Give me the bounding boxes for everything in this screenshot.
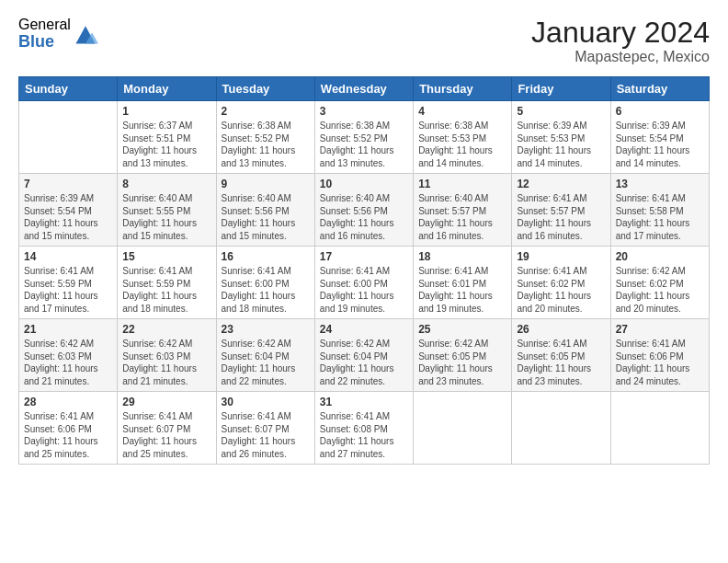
col-sunday: Sunday — [19, 77, 118, 101]
table-row: 20Sunrise: 6:42 AMSunset: 6:02 PMDayligh… — [610, 247, 709, 319]
day-info: Sunrise: 6:42 AMSunset: 6:03 PMDaylight:… — [122, 338, 210, 387]
title-block: January 2024 Mapastepec, Mexico — [531, 17, 710, 65]
day-number: 28 — [24, 396, 112, 408]
table-row: 24Sunrise: 6:42 AMSunset: 6:04 PMDayligh… — [314, 319, 413, 392]
table-row: 23Sunrise: 6:42 AMSunset: 6:04 PMDayligh… — [216, 319, 314, 392]
day-number: 18 — [418, 250, 506, 263]
day-info: Sunrise: 6:41 AMSunset: 6:00 PMDaylight:… — [320, 265, 408, 315]
table-row: 7Sunrise: 6:39 AMSunset: 5:54 PMDaylight… — [19, 174, 118, 247]
col-saturday: Saturday — [610, 77, 709, 101]
day-number: 11 — [418, 178, 506, 190]
day-info: Sunrise: 6:41 AMSunset: 5:59 PMDaylight:… — [122, 265, 210, 315]
day-info: Sunrise: 6:41 AMSunset: 6:08 PMDaylight:… — [320, 410, 408, 460]
calendar-header-row: Sunday Monday Tuesday Wednesday Thursday… — [19, 77, 710, 101]
day-info: Sunrise: 6:41 AMSunset: 5:59 PMDaylight:… — [24, 265, 112, 315]
table-row — [610, 392, 709, 465]
table-row: 11Sunrise: 6:40 AMSunset: 5:57 PMDayligh… — [414, 174, 512, 247]
table-row: 1Sunrise: 6:37 AMSunset: 5:51 PMDaylight… — [118, 101, 216, 174]
day-number: 27 — [616, 323, 704, 336]
day-info: Sunrise: 6:41 AMSunset: 5:58 PMDaylight:… — [616, 192, 704, 242]
day-info: Sunrise: 6:42 AMSunset: 6:03 PMDaylight:… — [24, 338, 112, 387]
table-row: 14Sunrise: 6:41 AMSunset: 5:59 PMDayligh… — [19, 247, 118, 319]
table-row: 12Sunrise: 6:41 AMSunset: 5:57 PMDayligh… — [512, 174, 610, 247]
day-info: Sunrise: 6:37 AMSunset: 5:51 PMDaylight:… — [122, 120, 210, 169]
logo: General Blue — [18, 17, 98, 51]
day-number: 23 — [222, 323, 310, 336]
day-number: 19 — [517, 250, 605, 263]
day-number: 30 — [222, 396, 310, 408]
table-row: 6Sunrise: 6:39 AMSunset: 5:54 PMDaylight… — [610, 101, 709, 174]
table-row: 16Sunrise: 6:41 AMSunset: 6:00 PMDayligh… — [216, 247, 314, 319]
day-number: 4 — [418, 105, 506, 118]
day-number: 15 — [122, 250, 210, 263]
day-info: Sunrise: 6:41 AMSunset: 6:00 PMDaylight:… — [222, 265, 310, 315]
table-row: 29Sunrise: 6:41 AMSunset: 6:07 PMDayligh… — [118, 392, 216, 465]
day-number: 31 — [320, 396, 408, 408]
day-number: 16 — [222, 250, 310, 263]
day-info: Sunrise: 6:41 AMSunset: 6:07 PMDaylight:… — [122, 410, 210, 460]
day-info: Sunrise: 6:38 AMSunset: 5:53 PMDaylight:… — [418, 120, 506, 169]
day-info: Sunrise: 6:41 AMSunset: 6:05 PMDaylight:… — [517, 338, 605, 387]
col-wednesday: Wednesday — [314, 77, 413, 101]
table-row: 2Sunrise: 6:38 AMSunset: 5:52 PMDaylight… — [216, 101, 314, 174]
day-info: Sunrise: 6:39 AMSunset: 5:54 PMDaylight:… — [616, 120, 704, 169]
day-number: 13 — [616, 178, 704, 190]
day-info: Sunrise: 6:39 AMSunset: 5:53 PMDaylight:… — [517, 120, 605, 169]
col-thursday: Thursday — [414, 77, 512, 101]
table-row: 30Sunrise: 6:41 AMSunset: 6:07 PMDayligh… — [216, 392, 314, 465]
day-number: 9 — [222, 178, 310, 190]
table-row: 13Sunrise: 6:41 AMSunset: 5:58 PMDayligh… — [610, 174, 709, 247]
day-number: 21 — [24, 323, 112, 336]
table-row: 22Sunrise: 6:42 AMSunset: 6:03 PMDayligh… — [118, 319, 216, 392]
table-row: 19Sunrise: 6:41 AMSunset: 6:02 PMDayligh… — [512, 247, 610, 319]
col-friday: Friday — [512, 77, 610, 101]
page: General Blue January 2024 Mapastepec, Me… — [0, 0, 728, 474]
day-info: Sunrise: 6:38 AMSunset: 5:52 PMDaylight:… — [320, 120, 408, 169]
day-number: 29 — [122, 396, 210, 408]
day-number: 8 — [122, 178, 210, 190]
day-info: Sunrise: 6:39 AMSunset: 5:54 PMDaylight:… — [24, 192, 112, 242]
day-info: Sunrise: 6:41 AMSunset: 5:57 PMDaylight:… — [517, 192, 605, 242]
day-number: 14 — [24, 250, 112, 263]
header: General Blue January 2024 Mapastepec, Me… — [18, 17, 710, 65]
calendar-week-1: 1Sunrise: 6:37 AMSunset: 5:51 PMDaylight… — [19, 101, 710, 174]
day-number: 25 — [418, 323, 506, 336]
table-row: 18Sunrise: 6:41 AMSunset: 6:01 PMDayligh… — [414, 247, 512, 319]
calendar-week-3: 14Sunrise: 6:41 AMSunset: 5:59 PMDayligh… — [19, 247, 710, 319]
logo-text: General Blue — [18, 17, 71, 51]
location-subtitle: Mapastepec, Mexico — [531, 49, 710, 65]
day-info: Sunrise: 6:42 AMSunset: 6:02 PMDaylight:… — [616, 265, 704, 315]
day-number: 24 — [320, 323, 408, 336]
table-row: 10Sunrise: 6:40 AMSunset: 5:56 PMDayligh… — [314, 174, 413, 247]
day-info: Sunrise: 6:40 AMSunset: 5:55 PMDaylight:… — [122, 192, 210, 242]
day-info: Sunrise: 6:41 AMSunset: 6:01 PMDaylight:… — [418, 265, 506, 315]
day-info: Sunrise: 6:40 AMSunset: 5:57 PMDaylight:… — [418, 192, 506, 242]
day-number: 5 — [517, 105, 605, 118]
table-row: 17Sunrise: 6:41 AMSunset: 6:00 PMDayligh… — [314, 247, 413, 319]
day-number: 6 — [616, 105, 704, 118]
day-info: Sunrise: 6:40 AMSunset: 5:56 PMDaylight:… — [320, 192, 408, 242]
col-monday: Monday — [118, 77, 216, 101]
table-row: 5Sunrise: 6:39 AMSunset: 5:53 PMDaylight… — [512, 101, 610, 174]
day-info: Sunrise: 6:42 AMSunset: 6:05 PMDaylight:… — [418, 338, 506, 387]
day-number: 26 — [517, 323, 605, 336]
day-info: Sunrise: 6:41 AMSunset: 6:06 PMDaylight:… — [24, 410, 112, 460]
month-year-title: January 2024 — [531, 17, 710, 49]
table-row: 15Sunrise: 6:41 AMSunset: 5:59 PMDayligh… — [118, 247, 216, 319]
day-info: Sunrise: 6:42 AMSunset: 6:04 PMDaylight:… — [320, 338, 408, 387]
day-info: Sunrise: 6:41 AMSunset: 6:07 PMDaylight:… — [222, 410, 310, 460]
table-row: 31Sunrise: 6:41 AMSunset: 6:08 PMDayligh… — [314, 392, 413, 465]
table-row: 8Sunrise: 6:40 AMSunset: 5:55 PMDaylight… — [118, 174, 216, 247]
col-tuesday: Tuesday — [216, 77, 314, 101]
table-row: 27Sunrise: 6:41 AMSunset: 6:06 PMDayligh… — [610, 319, 709, 392]
day-info: Sunrise: 6:41 AMSunset: 6:06 PMDaylight:… — [616, 338, 704, 387]
day-number: 1 — [122, 105, 210, 118]
logo-icon — [73, 21, 98, 47]
day-info: Sunrise: 6:38 AMSunset: 5:52 PMDaylight:… — [222, 120, 310, 169]
day-number: 2 — [222, 105, 310, 118]
day-info: Sunrise: 6:40 AMSunset: 5:56 PMDaylight:… — [222, 192, 310, 242]
day-number: 12 — [517, 178, 605, 190]
table-row: 9Sunrise: 6:40 AMSunset: 5:56 PMDaylight… — [216, 174, 314, 247]
calendar-week-2: 7Sunrise: 6:39 AMSunset: 5:54 PMDaylight… — [19, 174, 710, 247]
table-row — [414, 392, 512, 465]
